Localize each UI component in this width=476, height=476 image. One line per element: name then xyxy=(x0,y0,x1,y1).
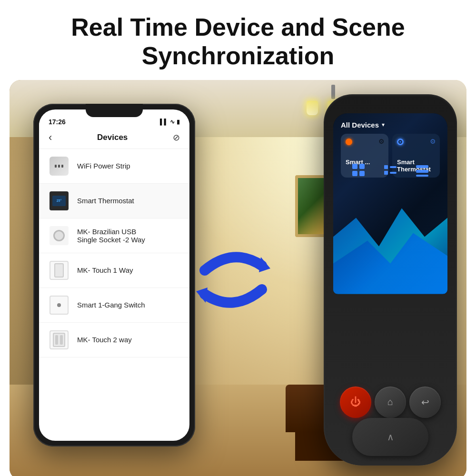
home-button[interactable]: ⌂ xyxy=(375,387,406,418)
dpad-control[interactable]: ∧ xyxy=(352,418,428,456)
nav-title: Devices xyxy=(97,133,128,142)
device-status-indicator xyxy=(346,139,352,145)
phone-screen: 17:26 ▌▌ ∿ ▮ ‹ Devices ⊘ xyxy=(39,109,189,441)
svg-rect-10 xyxy=(416,165,428,168)
device-icon-touch xyxy=(49,260,69,281)
dropdown-arrow-icon: ▾ xyxy=(382,121,385,128)
remote-device-settings-icon: ⚙ xyxy=(430,138,436,145)
phone-nav-bar: ‹ Devices ⊘ xyxy=(39,128,189,149)
smartphone-device: 17:26 ▌▌ ∿ ▮ ‹ Devices ⊘ xyxy=(33,104,195,446)
home-icon: ⌂ xyxy=(387,397,393,407)
phone-time: 17:26 xyxy=(49,118,66,126)
sync-arrows-animation xyxy=(186,232,281,327)
list-item[interactable]: MK- Touch 2 way xyxy=(39,323,189,357)
device-status-indicator xyxy=(397,139,404,145)
list-item[interactable]: Smart 1-Gang Switch xyxy=(39,288,189,323)
list-item[interactable]: 25° Smart Thermostat xyxy=(39,184,189,218)
remote-nav-icons-bar xyxy=(333,158,447,185)
device-icon-touch2 xyxy=(49,329,69,350)
phone-notch xyxy=(86,104,143,117)
remote-device-settings-icon: ⚙ xyxy=(378,138,385,145)
svg-rect-3 xyxy=(359,164,365,169)
power-icon: ⏻ xyxy=(350,396,361,408)
device-icon-gang xyxy=(49,295,69,316)
svg-marker-1 xyxy=(196,288,208,303)
page-title: Real Time Device and Scene Synchronizati… xyxy=(10,13,466,70)
remote-hub-device: All Devices ▾ ⚙ Smart ... ⚙ SmartThermo xyxy=(324,94,457,466)
device-name: MK- Brazilian USBSingle Socket -2 Way xyxy=(77,228,145,244)
device-name: MK- Touch 2 way xyxy=(77,336,132,344)
svg-rect-9 xyxy=(390,172,397,174)
list-view-icon[interactable] xyxy=(383,163,397,179)
detail-view-icon[interactable] xyxy=(415,163,429,179)
device-icon-powerstrip xyxy=(49,156,69,177)
svg-rect-6 xyxy=(384,165,388,169)
device-name: MK- Touch 1 Way xyxy=(77,266,133,274)
battery-icon: ▮ xyxy=(177,119,180,125)
device-name: WiFi Power Strip xyxy=(77,162,130,170)
page-header: Real Time Device and Scene Synchronizati… xyxy=(0,0,476,80)
svg-rect-4 xyxy=(352,171,357,176)
device-list: WiFi Power Strip 25° Smart Thermostat xyxy=(39,149,189,357)
wifi-icon: ∿ xyxy=(170,119,175,125)
list-item[interactable]: MK- Brazilian USBSingle Socket -2 Way xyxy=(39,218,189,253)
svg-rect-5 xyxy=(359,171,365,176)
back-icon: ↩ xyxy=(421,397,429,408)
svg-rect-8 xyxy=(384,171,388,175)
grid-view-icon[interactable] xyxy=(351,163,366,180)
svg-rect-11 xyxy=(416,170,428,173)
back-button[interactable]: ‹ xyxy=(49,131,52,144)
status-icons: ▌▌ ∿ ▮ xyxy=(160,119,180,125)
back-button[interactable]: ↩ xyxy=(409,387,441,418)
remote-screen: All Devices ▾ ⚙ Smart ... ⚙ SmartThermo xyxy=(333,113,447,294)
device-icon-thermostat: 25° xyxy=(49,190,69,211)
remote-hardware-buttons: ⏻ ⌂ ↩ xyxy=(338,387,443,418)
svg-rect-7 xyxy=(390,166,397,168)
remote-header-label: All Devices xyxy=(341,121,379,129)
signal-icon: ▌▌ xyxy=(160,119,168,125)
list-item[interactable]: MK- Touch 1 Way xyxy=(39,253,189,288)
remote-all-devices-header[interactable]: All Devices ▾ xyxy=(339,121,442,129)
settings-icon[interactable]: ⊘ xyxy=(173,132,180,143)
device-name: Smart 1-Gang Switch xyxy=(77,301,145,309)
dpad-up-icon: ∧ xyxy=(387,431,394,443)
svg-marker-0 xyxy=(259,257,270,272)
svg-rect-12 xyxy=(416,175,428,177)
svg-rect-2 xyxy=(352,164,357,169)
scene-container: 17:26 ▌▌ ∿ ▮ ‹ Devices ⊘ xyxy=(10,80,466,476)
power-button[interactable]: ⏻ xyxy=(340,387,371,418)
device-icon-socket xyxy=(49,225,69,246)
list-item[interactable]: WiFi Power Strip xyxy=(39,149,189,184)
device-name: Smart Thermostat xyxy=(77,197,134,205)
